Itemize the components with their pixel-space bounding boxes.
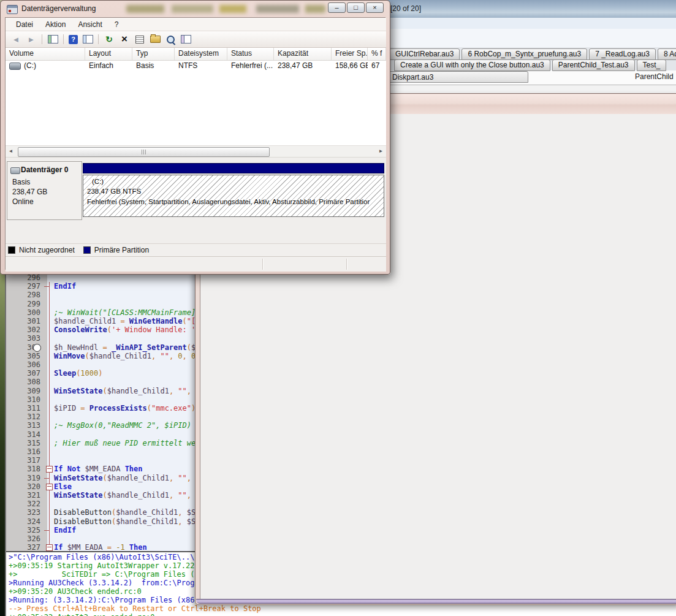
help-icon[interactable]: ? (69, 35, 78, 44)
partition-status: Fehlerfrei (System, Startpartition, Ausl… (87, 198, 370, 205)
code-line: EndIf (54, 526, 76, 534)
menu-item[interactable]: Aktion (39, 20, 72, 29)
column-header[interactable]: % f (368, 48, 386, 60)
close-button[interactable]: × (366, 2, 384, 13)
forward-icon[interactable]: ► (26, 34, 37, 45)
column-header[interactable]: Status (227, 48, 274, 60)
delete-icon[interactable]: × (119, 34, 130, 45)
legend-item: Nicht zugeordnet (8, 246, 75, 254)
screen: [20 of 20] GUICtrlRebar.au36 RobCop_m_Sy… (0, 0, 676, 616)
editor-tab[interactable]: Diskpart.au3 (386, 71, 528, 83)
fold-collapse-icon[interactable] (46, 466, 53, 473)
line-number: 307 (6, 369, 40, 378)
partition-region[interactable]: (C:) 238,47 GB NTFS Fehlerfrei (System, … (83, 175, 384, 217)
line-number: 326 (6, 534, 40, 543)
status-separator (262, 259, 263, 270)
tab-row: Diskpart.au3 (386, 71, 530, 83)
properties-icon[interactable] (134, 34, 145, 45)
code-line: $h_NewHndl = _WinAPI_SetParent($ (54, 343, 196, 352)
tab-row: Create a GUI with only the Close button.… (394, 59, 668, 71)
code-line: EndIf (54, 282, 76, 291)
console-output-line: +> SciTEDir => C:\Program Files (x (9, 570, 199, 579)
cell-status: Fehlerfrei (... (227, 60, 274, 72)
volume-icon (9, 63, 21, 70)
line-number: 299 (6, 300, 40, 308)
legend-color-swatch (83, 246, 91, 254)
minimize-button[interactable]: – (328, 2, 346, 13)
breakpoint-marker[interactable] (33, 344, 41, 352)
partition-stripe (83, 163, 384, 173)
fold-tick-icon (44, 286, 50, 287)
menu-item[interactable]: ? (108, 20, 125, 29)
line-number: 312 (6, 413, 40, 421)
console-output-line: +>09:35:20 AU3Check ended.rc:0 (9, 587, 142, 596)
scite-title: [20 of 20] (390, 4, 421, 13)
legend-color-swatch (8, 246, 15, 254)
editor-tab[interactable]: ParentChild_Test.au3 (552, 59, 635, 71)
open-folder-icon[interactable] (150, 34, 161, 45)
cell-kapazitaet: 238,47 GB (274, 60, 332, 72)
snap-in-icon[interactable] (180, 34, 191, 45)
line-number: 322 (6, 500, 40, 508)
line-number: 321 (6, 491, 40, 500)
editor-tab[interactable]: 6 RobCop_m_Syntx_pruefung.au3 (461, 48, 587, 60)
table-row[interactable]: (C:)EinfachBasisNTFSFehlerfrei (...238,4… (6, 60, 386, 72)
editor-tab[interactable]: 7 _ReadLog.au3 (589, 48, 656, 60)
fold-tick-icon (44, 530, 50, 531)
code-line: WinMove($handle_Child1, "", 0, 0 (54, 352, 196, 360)
code-line: ;~ MsgBox(0,"ReadMMC 2", $iPID) (54, 421, 191, 430)
action-pane-icon[interactable] (82, 34, 93, 45)
line-number: 324 (6, 517, 40, 526)
disk-size: 238,47 GB (12, 188, 47, 196)
back-icon[interactable]: ◄ (10, 34, 21, 45)
console-output-line: >"C:\Program Files (x86)\AutoIt3\SciTE\.… (9, 553, 194, 561)
cell-volume: (C:) (6, 60, 85, 72)
zoom-icon[interactable] (165, 34, 176, 45)
menu-bar: DateiAktionAnsicht? (6, 18, 386, 31)
console-output-line: >Running: (3.3.14.2):C:\Program Files (x… (9, 596, 199, 604)
code-line: If Not $MM_EADA Then (54, 465, 143, 473)
editor-tab[interactable]: Create a GUI with only the Close button.… (394, 59, 550, 71)
window-title: Datenträgerverwaltung (21, 4, 96, 13)
line-number: 305 (6, 352, 40, 360)
editor-tab[interactable]: Test_ (637, 59, 667, 71)
line-number: 310 (6, 395, 40, 404)
maximize-button[interactable]: □ (347, 2, 365, 13)
code-line: DisableButton($handle_Child1, $S (54, 508, 196, 517)
column-header[interactable]: Kapazität (274, 48, 332, 60)
line-number: 297 (6, 282, 40, 291)
code-line: ;~ WinWait("[CLASS:MMCMainFrame] (54, 308, 196, 317)
console-tree-icon[interactable] (47, 34, 58, 45)
cell-typ: Basis (132, 60, 175, 72)
line-number: 313 (6, 421, 40, 430)
disk-header-panel[interactable]: Datenträger 0 Basis 238,47 GB Online (7, 161, 82, 220)
legend-item: Primäre Partition (83, 246, 149, 254)
horizontal-scrollbar[interactable]: ◄ ► (6, 145, 386, 157)
line-number: 309 (6, 387, 40, 395)
menu-item[interactable]: Datei (10, 20, 39, 29)
scroll-left-arrow[interactable]: ◄ (6, 146, 16, 156)
scrollbar-thumb[interactable] (18, 147, 270, 157)
line-number: 316 (6, 447, 40, 456)
editor-tab[interactable]: GUICtrlRebar.au3 (389, 48, 460, 60)
column-header[interactable]: Volume (6, 48, 85, 60)
fold-collapse-icon[interactable] (46, 484, 53, 490)
disk-management-titlebar[interactable]: Datenträgerverwaltung – □ × (1, 1, 390, 17)
partial-tab-label[interactable]: ParentChild (635, 72, 674, 81)
menu-item[interactable]: Ansicht (72, 20, 108, 29)
line-number: 315 (6, 439, 40, 447)
line-number: 311 (6, 404, 40, 413)
column-header[interactable]: Freier Sp... (332, 48, 368, 60)
code-line: $iPID = ProcessExists("mmc.exe") (54, 404, 196, 413)
status-separator (346, 259, 347, 270)
column-header[interactable]: Dateisystem (175, 48, 227, 60)
scroll-right-arrow[interactable]: ► (376, 146, 386, 156)
editor-tab[interactable]: 8 Advanc (658, 48, 676, 60)
line-number: 319 (6, 474, 40, 482)
cell-layout: Einfach (85, 60, 132, 72)
refresh-icon[interactable]: ↻ (104, 34, 115, 45)
column-header[interactable]: Layout (85, 48, 132, 60)
fold-collapse-icon[interactable] (46, 544, 53, 551)
line-number: 301 (6, 317, 40, 325)
column-header[interactable]: Typ (132, 48, 175, 60)
